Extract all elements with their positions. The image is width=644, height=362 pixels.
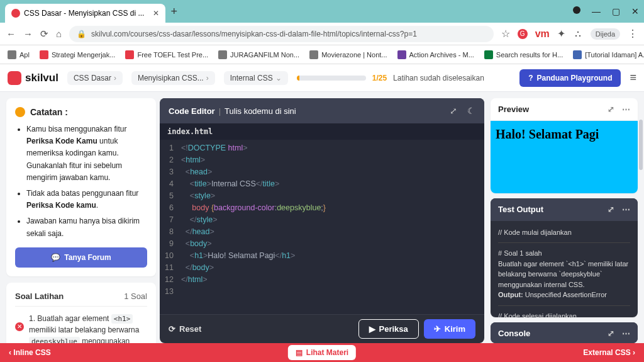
expand-icon[interactable]: ⤢ [608,329,614,338]
bookmarks-icon[interactable]: ⛬ [573,28,583,40]
editor-footer: ⟳Reset ▶Periksa ✈Kirim [160,314,484,343]
bookmark-item[interactable]: Action Archives - M... [397,50,474,59]
exercise-item: ✕ 1. Buatlah agar element <h1> memiliki … [15,313,147,343]
brand-text: skilvul [25,72,58,84]
notes-list: Kamu bisa menggunakan fitur Periksa Kode… [15,123,147,240]
back-icon[interactable]: ← [6,28,16,39]
pin-icon [15,107,25,117]
progress-status: Latihan sudah diselesaikan [393,74,484,82]
chat-icon: 💬 [51,253,60,262]
note-item: Tidak ada batas penggunaan fitur Periksa… [26,188,147,212]
bottom-nav: ‹ Inline CSS ▤Lihat Materi External CSS … [0,343,644,362]
theme-icon[interactable]: ☾ [467,106,475,116]
exercise-title: Soal Latihan [15,291,64,301]
send-button[interactable]: ✈Kirim [424,319,475,339]
reload-icon[interactable]: ⟳ [40,28,48,40]
browser-toolbar: ← → ⟳ ⌂ 🔒 skilvul.com/courses/css-dasar/… [0,23,644,45]
browser-tab-strip: CSS Dasar - Menyisipkan CSS di ... ✕ + —… [0,0,644,23]
test-body: // Kode mulai dijalankan # Soal 1 salah … [491,221,638,317]
doc-icon: ▤ [296,348,303,357]
lock-icon: 🔒 [77,30,86,38]
line-gutter: 12345678910111213 [160,142,181,312]
more-icon[interactable]: ⋯ [622,105,630,114]
bookmarks-bar: Apl Strategi Mengerjak... Free TOEFL Tes… [0,45,644,64]
logo[interactable]: skilvul [8,71,58,85]
exercise-card: Soal Latihan 1 Soal ✕ 1. Buatlah agar el… [6,283,156,343]
breadcrumb[interactable]: CSS Dasar› [67,71,123,85]
bookmark-item[interactable]: Movierazone | Nont... [309,50,387,59]
code-editor: Code Editor | Tulis kodemu di sini ⤢ ☾ i… [160,98,484,343]
reset-icon: ⟳ [169,324,175,334]
logo-icon [8,71,21,85]
address-bar[interactable]: 🔒 skilvul.com/courses/css-dasar/lessons/… [69,26,494,42]
profile-chip[interactable]: Dijeda [591,28,620,40]
file-tab[interactable]: index.html [160,123,484,140]
extension-badge[interactable]: G [518,29,528,39]
expand-icon[interactable]: ⤢ [450,106,457,116]
url-text: skilvul.com/courses/css-dasar/lessons/me… [91,30,417,38]
home-icon[interactable]: ⌂ [56,28,62,39]
exercise-count: 1 Soal [124,291,147,301]
new-tab-button[interactable]: + [170,5,177,18]
extension-icon[interactable]: vm [535,28,550,40]
bookmark-item[interactable]: JURAGANFILM Non... [218,50,299,59]
editor-header: Code Editor | Tulis kodemu di sini ⤢ ☾ [160,98,484,123]
close-tab-icon[interactable]: ✕ [153,9,159,18]
star-icon[interactable]: ☆ [501,28,510,40]
code-area[interactable]: 12345678910111213 <!DOCTYPE html> <html>… [160,140,484,314]
editor-title: Code Editor [169,106,215,116]
preview-body: Halo! Selamat Pagi [491,121,638,193]
menu-icon[interactable]: ≡ [630,71,636,84]
check-button[interactable]: ▶Periksa [358,319,419,339]
minimize-icon[interactable]: — [592,6,601,16]
left-sidebar: Catatan : Kamu bisa menggunakan fitur Pe… [0,92,156,343]
expand-icon[interactable]: ⤢ [608,105,614,114]
next-lesson-link[interactable]: External CSS › [583,348,635,357]
reset-button[interactable]: ⟳Reset [169,324,201,334]
preview-panel: Preview ⤢⋯ Halo! Selamat Pagi [491,98,638,193]
prev-lesson-link[interactable]: ‹ Inline CSS [9,348,51,357]
menu-icon[interactable]: ⋮ [628,28,638,40]
account-icon[interactable] [573,6,580,14]
console-title: Console [498,329,530,338]
favicon [11,9,20,18]
bookmark-item[interactable]: Strategi Mengerjak... [40,50,116,59]
progress-bar [297,76,366,81]
test-title: Test Output [498,205,543,214]
send-icon: ✈ [434,324,441,334]
breadcrumb[interactable]: Menyisipkan CSS...› [131,71,215,85]
bookmark-item[interactable]: Search results for H... [484,50,563,59]
breadcrumb[interactable]: Internal CSS⌄ [224,71,288,85]
maximize-icon[interactable]: ▢ [612,6,620,16]
preview-heading: Halo! Selamat Pagi [496,127,633,142]
test-output-panel: Test Output ⤢⋯ // Kode mulai dijalankan … [491,198,638,317]
help-icon: ? [528,74,533,82]
tab-title: CSS Dasar - Menyisipkan CSS di ... [24,9,144,18]
note-item: Kamu bisa menggunakan fitur Periksa Kode… [26,123,147,184]
more-icon[interactable]: ⋯ [622,329,630,338]
expand-icon[interactable]: ⤢ [608,205,614,214]
materi-button[interactable]: ▤Lihat Materi [288,345,356,360]
bookmark-item[interactable]: Free TOEFL Test Pre... [125,50,208,59]
bookmark-item[interactable]: Apl [8,50,30,59]
note-item: Jawaban kamu hanya bisa dikirim sekali s… [26,215,147,239]
app-header: skilvul CSS Dasar› Menyisipkan CSS...› I… [0,64,644,92]
preview-title: Preview [498,105,529,114]
guide-button[interactable]: ?Panduan Playground [519,69,621,87]
wrong-icon: ✕ [15,322,24,331]
notes-card: Catatan : Kamu bisa menggunakan fitur Pe… [6,98,156,276]
close-window-icon[interactable]: ✕ [631,6,639,16]
code-lines: <!DOCTYPE html> <html> <head> <title>Int… [181,142,326,312]
progress-label: 1/25 [372,74,387,82]
browser-tab[interactable]: CSS Dasar - Menyisipkan CSS di ... ✕ [5,4,165,23]
editor-subtitle: Tulis kodemu di sini [225,106,296,116]
forward-icon[interactable]: → [23,28,33,39]
right-column: Preview ⤢⋯ Halo! Selamat Pagi Test Outpu… [488,92,644,343]
notes-title: Catatan : [30,107,68,117]
extensions-icon[interactable]: ✦ [557,28,565,40]
play-icon: ▶ [369,324,375,334]
console-panel: Console ⤢⋯ [491,322,638,343]
more-icon[interactable]: ⋯ [622,205,630,214]
forum-button[interactable]: 💬Tanya Forum [15,247,147,268]
bookmark-item[interactable]: [Tutorial Idaman] A... [573,50,644,59]
